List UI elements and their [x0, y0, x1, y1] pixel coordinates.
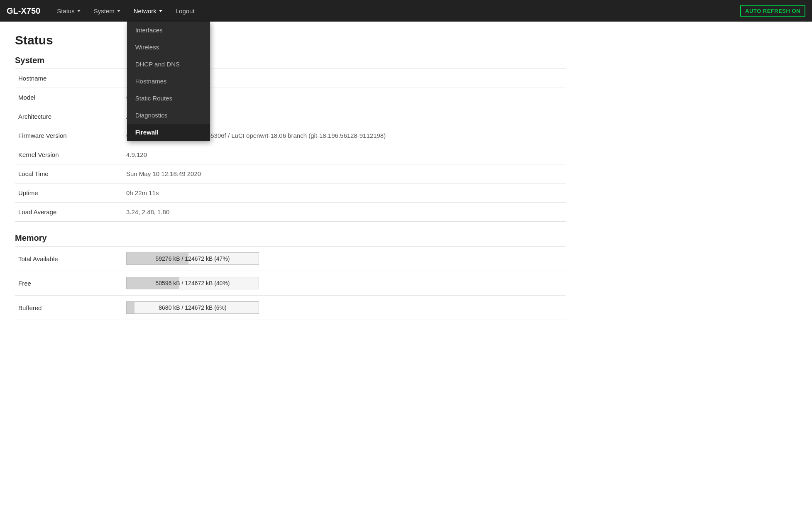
navbar: GL-X750 Status System Network Interfaces… [0, 0, 812, 22]
row-value: 4.9.120 [123, 145, 566, 164]
dropdown-item-dhcp-dns[interactable]: DHCP and DNS [127, 56, 210, 73]
table-row: Free 50596 kB / 124672 kB (40%) [15, 271, 566, 296]
dropdown-item-firewall[interactable]: Firewall [127, 124, 210, 141]
nav-link-network[interactable]: Network [127, 0, 169, 22]
memory-table: Total Available 59276 kB / 124672 kB (47… [15, 246, 566, 320]
nav-item-system[interactable]: System [87, 0, 127, 22]
dropdown-item-interfaces[interactable]: Interfaces [127, 22, 210, 39]
table-row: Kernel Version 4.9.120 [15, 145, 566, 164]
table-row: Hostname [15, 69, 566, 88]
row-label: Kernel Version [15, 145, 123, 164]
nav-item-logout[interactable]: Logout [169, 0, 201, 22]
system-table: Hostname Model GL-X750 Architecture Athe… [15, 68, 566, 222]
row-label: Uptime [15, 183, 123, 203]
caret-icon [117, 10, 120, 12]
memory-bar-label: 59276 kB / 124672 kB (47%) [155, 255, 230, 262]
row-value: 0h 22m 11s [123, 183, 566, 203]
row-label: Free [15, 271, 123, 296]
memory-bar: 8680 kB / 124672 kB (6%) [126, 301, 259, 314]
network-dropdown: Interfaces Wireless DHCP and DNS Hostnam… [127, 22, 210, 141]
dropdown-item-diagnostics[interactable]: Diagnostics [127, 107, 210, 124]
memory-bar: 50596 kB / 124672 kB (40%) [126, 277, 259, 289]
system-section-title: System [15, 56, 566, 65]
row-value: 59276 kB / 124672 kB (47%) [123, 247, 566, 271]
caret-icon [77, 10, 81, 12]
table-row: Uptime 0h 22m 11s [15, 183, 566, 203]
memory-bar-fill [127, 302, 135, 313]
dropdown-item-wireless[interactable]: Wireless [127, 39, 210, 56]
memory-bar-label: 50596 kB / 124672 kB (40%) [155, 280, 230, 286]
nav-link-logout[interactable]: Logout [169, 0, 201, 22]
row-value: 8680 kB / 124672 kB (6%) [123, 296, 566, 320]
memory-bar: 59276 kB / 124672 kB (47%) [126, 252, 259, 265]
row-value: Sun May 10 12:18:49 2020 [123, 164, 566, 183]
row-label: Model [15, 88, 123, 107]
table-row: Firmware Version OpenWrt 18.06.1 r7258-5… [15, 126, 566, 145]
dropdown-item-hostnames[interactable]: Hostnames [127, 73, 210, 90]
table-row: Model GL-X750 [15, 88, 566, 107]
memory-section-title: Memory [15, 233, 566, 243]
table-row: Architecture Atheros QCA9533 ver 2 rev 0 [15, 107, 566, 126]
row-label: Local Time [15, 164, 123, 183]
nav-item-network[interactable]: Network Interfaces Wireless DHCP and DNS… [127, 0, 169, 22]
nav-link-status[interactable]: Status [50, 0, 87, 22]
table-row: Local Time Sun May 10 12:18:49 2020 [15, 164, 566, 183]
row-label: Firmware Version [15, 126, 123, 145]
row-label: Hostname [15, 69, 123, 88]
row-label: Buffered [15, 296, 123, 320]
nav-menu: Status System Network Interfaces Wireles… [50, 0, 740, 22]
row-value: 3.24, 2.48, 1.80 [123, 203, 566, 222]
page-title: Status [15, 33, 566, 47]
memory-bar-label: 8680 kB / 124672 kB (6%) [159, 304, 226, 311]
row-label: Load Average [15, 203, 123, 222]
nav-link-system[interactable]: System [87, 0, 127, 22]
caret-icon [159, 10, 162, 12]
table-row: Total Available 59276 kB / 124672 kB (47… [15, 247, 566, 271]
table-row: Load Average 3.24, 2.48, 1.80 [15, 203, 566, 222]
row-label: Total Available [15, 247, 123, 271]
auto-refresh-badge: AUTO REFRESH ON [740, 5, 805, 17]
table-row: Buffered 8680 kB / 124672 kB (6%) [15, 296, 566, 320]
row-value: 50596 kB / 124672 kB (40%) [123, 271, 566, 296]
main-content: Status System Hostname Model GL-X750 Arc… [0, 22, 581, 343]
dropdown-item-static-routes[interactable]: Static Routes [127, 90, 210, 107]
nav-item-status[interactable]: Status [50, 0, 87, 22]
row-label: Architecture [15, 107, 123, 126]
brand[interactable]: GL-X750 [7, 6, 40, 16]
